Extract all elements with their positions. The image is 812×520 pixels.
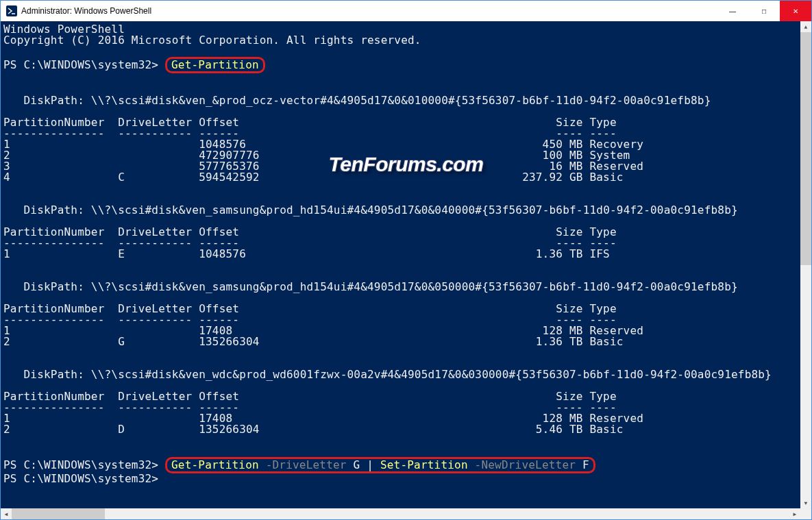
window-controls: — □ ✕ [717, 1, 811, 21]
cmd2-set-partition: Set-Partition [380, 458, 468, 471]
console-area: Windows PowerShell Copyright (C) 2016 Mi… [1, 21, 811, 519]
diskpath-value-2: \\?\scsi#disk&ven_samsung&prod_hd154ui#4… [91, 280, 738, 293]
command-get-partition: Get-Partition [171, 58, 259, 71]
scroll-up-button[interactable]: ▲ [800, 21, 811, 32]
titlebar-left: Administrator: Windows PowerShell [1, 5, 151, 16]
scroll-down-button[interactable]: ▼ [800, 497, 811, 508]
cmd2-arg-f: F [582, 458, 589, 471]
cmd2-param-newdriveletter: -NewDriveLetter [475, 458, 576, 471]
minimize-button[interactable]: — [717, 1, 748, 21]
diskpath-value-3: \\?\scsi#disk&ven_wdc&prod_wd6001fzwx-00… [91, 368, 772, 381]
prompt-2: PS C:\WINDOWS\system32> [3, 458, 158, 471]
horizontal-scrollbar[interactable]: ◀ ▶ [1, 508, 800, 519]
scroll-track-h[interactable] [12, 508, 789, 519]
watermark-text: TenForums.com [329, 153, 484, 176]
cmd2-pipe: | [367, 458, 373, 471]
powershell-icon [6, 5, 17, 16]
console-output[interactable]: Windows PowerShell Copyright (C) 2016 Mi… [1, 21, 800, 508]
diskpath-label-2: DiskPath: [24, 280, 85, 293]
cmd2-param-driveletter: -DriveLetter [266, 458, 347, 471]
banner-line-2: Copyright (C) 2016 Microsoft Corporation… [3, 34, 421, 47]
table-row-2-1: 2 G 135266304 1.36 TB Basic [3, 335, 624, 348]
window-title: Administrator: Windows PowerShell [21, 6, 151, 16]
close-button[interactable]: ✕ [780, 1, 811, 21]
titlebar[interactable]: Administrator: Windows PowerShell — □ ✕ [1, 1, 811, 21]
diskpath-label-1: DiskPath: [24, 203, 85, 216]
scrollbar-corner [800, 508, 811, 519]
prompt-1: PS C:\WINDOWS\system32> [3, 58, 158, 71]
cmd2-arg-g: G [354, 458, 360, 471]
highlight-box-2: Get-Partition -DriveLetter G | Set-Parti… [165, 457, 595, 473]
vertical-scrollbar[interactable]: ▲ ▼ [800, 21, 811, 508]
diskpath-value-1: \\?\scsi#disk&ven_samsung&prod_hd154ui#4… [91, 203, 738, 216]
table-row-3-1: 2 D 135266304 5.46 TB Basic [3, 423, 624, 436]
table-row-0-3: 4 C 594542592 237.92 GB Basic [3, 171, 624, 184]
scroll-right-button[interactable]: ▶ [789, 508, 800, 519]
scroll-thumb-v[interactable] [800, 32, 811, 265]
diskpath-label-3: DiskPath: [24, 368, 85, 381]
powershell-window: Administrator: Windows PowerShell — □ ✕ … [0, 0, 812, 520]
scroll-left-button[interactable]: ◀ [1, 508, 12, 519]
table-row-1-0: 1 E 1048576 1.36 TB IFS [3, 247, 610, 260]
scroll-track-v[interactable] [800, 32, 811, 497]
prompt-3: PS C:\WINDOWS\system32> [3, 472, 158, 485]
scroll-thumb-h[interactable] [12, 508, 105, 519]
maximize-button[interactable]: □ [748, 1, 780, 21]
diskpath-label-0: DiskPath: [24, 94, 85, 107]
highlight-box-1: Get-Partition [165, 57, 265, 73]
cmd2-get-partition: Get-Partition [171, 458, 259, 471]
diskpath-value-0: \\?\scsi#disk&ven_&prod_ocz-vector#4&490… [91, 94, 711, 107]
